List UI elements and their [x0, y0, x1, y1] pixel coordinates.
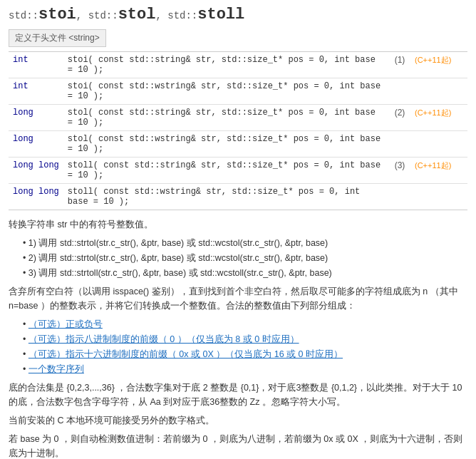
sig-ver-3: (C++11起): [410, 105, 467, 131]
sig-code-1: stoi( const std::string& str, std::size_…: [63, 52, 389, 78]
legal-link-4[interactable]: 一个数字序列: [29, 364, 84, 374]
legal-link-2[interactable]: （可选）指示八进制制度的前缀（ 0 ）（仅当底为 8 或 0 时应用）: [29, 334, 299, 344]
title-name3: stoll: [197, 6, 244, 24]
legal-item-4: 一个数字序列: [23, 362, 467, 377]
title-sep1: , std::: [76, 10, 118, 21]
sig-ret-4: long: [9, 131, 63, 158]
title-name2: stol: [118, 6, 156, 24]
sig-num-6: [389, 184, 410, 210]
legal-item-1: （可选）正或负号: [23, 317, 467, 332]
sig-row-6: long long stoll( const std::wstring& str…: [9, 184, 467, 210]
sig-code-3: stol( const std::string& str, std::size_…: [63, 105, 389, 131]
desc-item-1: 1) 调用 std::strtol(str.c_str(), &ptr, bas…: [23, 236, 467, 251]
legal-link-1[interactable]: （可选）正或负号: [29, 319, 103, 329]
sig-row-3: long stol( const std::string& str, std::…: [9, 105, 467, 131]
sig-ret-6: long long: [9, 184, 63, 210]
legal-list: （可选）正或负号 （可选）指示八进制制度的前缀（ 0 ）（仅当底为 8 或 0 …: [23, 317, 467, 376]
page-title: std::stoi, std::stol, std::stoll: [9, 6, 467, 24]
sig-ret-3: long: [9, 105, 63, 131]
sig-num-5: (3): [389, 158, 410, 184]
title-prefix: std::: [9, 10, 38, 21]
sig-row-1: int stoi( const std::string& str, std::s…: [9, 52, 467, 78]
title-name1: stoi: [38, 6, 76, 24]
sig-num-1: (1): [389, 52, 410, 78]
sig-num-2: [389, 78, 410, 105]
signature-table: int stoi( const std::string& str, std::s…: [9, 51, 467, 210]
desc-item-2: 2) 调用 std::strtol(str.c_str(), &ptr, bas…: [23, 251, 467, 266]
page-container: std::stoi, std::stol, std::stoll 定义于头文件 …: [0, 0, 476, 459]
desc-item-3: 3) 调用 std::strtoll(str.c_str(), &ptr, ba…: [23, 266, 467, 281]
sig-num-3: (2): [389, 105, 410, 131]
sig-ver-4: [410, 131, 467, 158]
sig-row-5: long long stoll( const std::string& str,…: [9, 158, 467, 184]
sig-code-6: stoll( const std::wstring& str, std::siz…: [63, 184, 389, 210]
desc3: 底的合法集是 {0,2,3,...,36} ，合法数字集对于底 2 整数是 {0…: [9, 381, 467, 409]
legal-item-3: （可选）指示十六进制制度的前缀（ 0x 或 0X ）（仅当底为 16 或 0 时…: [23, 347, 467, 362]
sig-code-5: stoll( const std::string& str, std::size…: [63, 158, 389, 184]
legal-link-3[interactable]: （可选）指示十六进制制度的前缀（ 0x 或 0X ）（仅当底为 16 或 0 时…: [29, 349, 343, 359]
desc4: 当前安装的 C 本地环境可能接受另外的数字格式。: [9, 413, 467, 428]
defined-in-box: 定义于头文件 <string>: [9, 29, 106, 47]
sig-ver-1: (C++11起): [410, 52, 467, 78]
sig-ret-1: int: [9, 52, 63, 78]
sig-ret-2: int: [9, 78, 63, 105]
description-intro: 转换字符串 str 中的有符号整数值。: [9, 217, 467, 232]
sig-row-2: int stoi( const std::wstring& str, std::…: [9, 78, 467, 105]
defined-in-text: 定义于头文件 <string>: [15, 33, 100, 43]
sig-ver-5: (C++11起): [410, 158, 467, 184]
sig-ver-2: [410, 78, 467, 105]
sig-code-2: stoi( const std::wstring& str, std::size…: [63, 78, 389, 105]
sig-ret-5: long long: [9, 158, 63, 184]
title-sep2: , std::: [155, 10, 197, 21]
desc2: 含弃所有空白符（以调用 isspace() 鉴别），直到找到首个非空白符，然后取…: [9, 284, 467, 313]
sig-row-4: long stol( const std::wstring& str, std:…: [9, 131, 467, 158]
desc5: 若 base 为 0 ，则自动检测数值进制：若前缀为 0 ，则底为八进制，若前缀…: [9, 432, 467, 459]
sig-code-4: stol( const std::wstring& str, std::size…: [63, 131, 389, 158]
description-list: 1) 调用 std::strtol(str.c_str(), &ptr, bas…: [23, 236, 467, 280]
legal-item-2: （可选）指示八进制制度的前缀（ 0 ）（仅当底为 8 或 0 时应用）: [23, 332, 467, 347]
sig-num-4: [389, 131, 410, 158]
sig-ver-6: [410, 184, 467, 210]
